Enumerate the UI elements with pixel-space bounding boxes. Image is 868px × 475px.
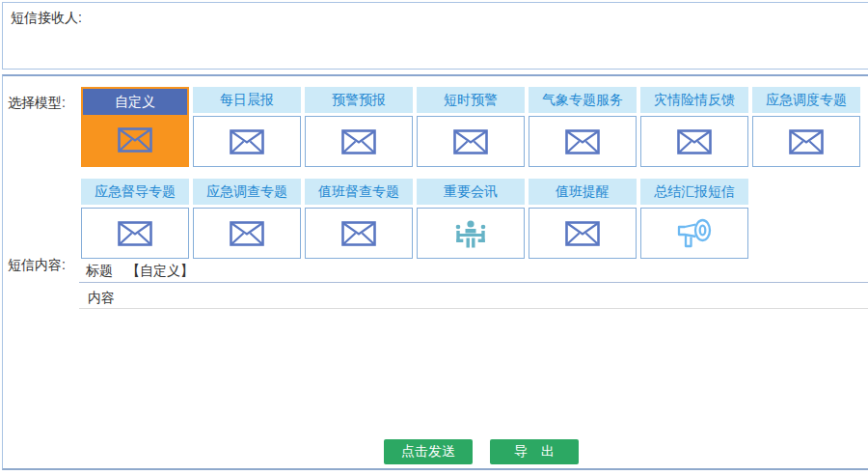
template-tile-5[interactable]: 灾情险情反馈 bbox=[640, 87, 748, 167]
template-title: 重要会讯 bbox=[417, 179, 525, 205]
template-tile-6[interactable]: 应急调度专题 bbox=[752, 87, 860, 167]
template-title: 气象专题服务 bbox=[529, 87, 637, 113]
template-tile-3[interactable]: 短时预警 bbox=[417, 87, 525, 167]
meeting-icon bbox=[417, 208, 525, 259]
template-tile-12[interactable]: 总结汇报短信 bbox=[640, 179, 748, 259]
template-title: 自定义 bbox=[83, 89, 187, 115]
sms-content-label: 短信内容: bbox=[8, 257, 66, 274]
main-panel: 选择模型: 自定义每日晨报预警预报短时预警气象专题服务灾情险情反馈应急调度专题应… bbox=[2, 74, 868, 470]
export-button[interactable]: 导 出 bbox=[490, 439, 579, 464]
send-button[interactable]: 点击发送 bbox=[384, 439, 473, 464]
megaphone-icon bbox=[640, 208, 748, 259]
template-tile-11[interactable]: 值班提醒 bbox=[529, 179, 637, 259]
template-title: 灾情险情反馈 bbox=[640, 87, 748, 113]
title-label: 标题 bbox=[86, 263, 113, 280]
envelope-icon bbox=[305, 208, 413, 259]
template-tile-2[interactable]: 预警预报 bbox=[305, 87, 413, 167]
sms-content-field[interactable]: 内容 bbox=[79, 286, 868, 309]
template-tile-7[interactable]: 应急督导专题 bbox=[81, 179, 189, 259]
template-tile-8[interactable]: 应急调查专题 bbox=[193, 179, 301, 259]
envelope-icon bbox=[417, 116, 525, 167]
model-select-label: 选择模型: bbox=[8, 95, 66, 112]
template-title: 应急督导专题 bbox=[81, 179, 189, 205]
recipients-label: 短信接收人: bbox=[11, 10, 82, 27]
envelope-icon bbox=[640, 116, 748, 167]
template-tile-4[interactable]: 气象专题服务 bbox=[529, 87, 637, 167]
envelope-icon bbox=[305, 116, 413, 167]
recipients-input[interactable] bbox=[90, 3, 868, 69]
recipients-panel: 短信接收人: bbox=[2, 2, 868, 70]
template-grid: 自定义每日晨报预警预报短时预警气象专题服务灾情险情反馈应急调度专题应急督导专题应… bbox=[81, 87, 868, 270]
content-label: 内容 bbox=[88, 290, 115, 307]
sms-content-body[interactable] bbox=[79, 310, 868, 433]
envelope-icon bbox=[752, 116, 860, 167]
sms-send-page: 短信接收人: 选择模型: 自定义每日晨报预警预报短时预警气象专题服务灾情险情反馈… bbox=[0, 0, 868, 475]
template-title: 值班提醒 bbox=[529, 179, 637, 205]
template-tile-0[interactable]: 自定义 bbox=[81, 87, 189, 167]
template-title: 值班督查专题 bbox=[305, 179, 413, 205]
envelope-icon bbox=[193, 208, 301, 259]
sms-title-field[interactable]: 标题 【自定义】 bbox=[79, 259, 868, 283]
title-value: 【自定义】 bbox=[126, 263, 194, 280]
template-title: 预警预报 bbox=[305, 87, 413, 113]
template-title: 总结汇报短信 bbox=[640, 179, 748, 205]
envelope-icon bbox=[193, 116, 301, 167]
envelope-icon bbox=[81, 208, 189, 259]
template-tile-1[interactable]: 每日晨报 bbox=[193, 87, 301, 167]
template-title: 应急调查专题 bbox=[193, 179, 301, 205]
envelope-icon bbox=[83, 115, 187, 164]
template-tile-10[interactable]: 重要会讯 bbox=[417, 179, 525, 259]
template-title: 短时预警 bbox=[417, 87, 525, 113]
template-title: 应急调度专题 bbox=[752, 87, 860, 113]
template-tile-9[interactable]: 值班督查专题 bbox=[305, 179, 413, 259]
template-title: 每日晨报 bbox=[193, 87, 301, 113]
envelope-icon bbox=[529, 116, 637, 167]
envelope-icon bbox=[529, 208, 637, 259]
